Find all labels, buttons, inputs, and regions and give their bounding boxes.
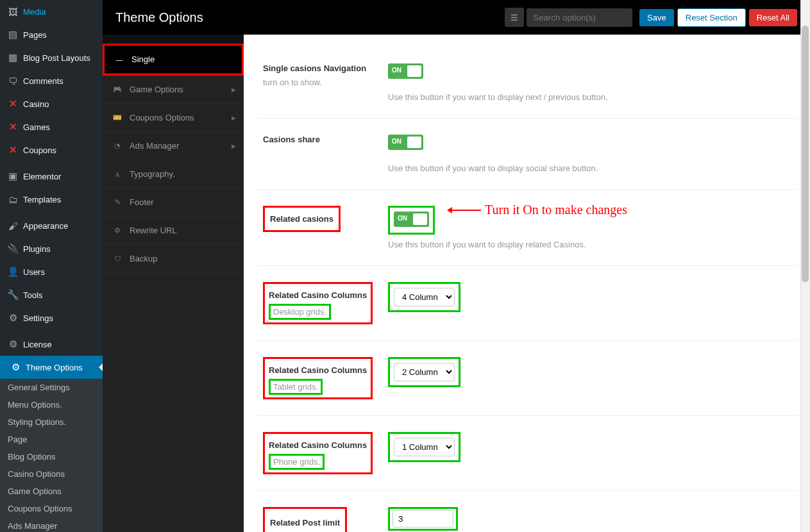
sub-general[interactable]: General Settings — [0, 379, 103, 396]
menu-users[interactable]: 👤Users — [0, 260, 103, 283]
pages-icon: ▤ — [6, 28, 19, 41]
option-limit: Related Post limit — [257, 491, 797, 532]
limit-input[interactable] — [392, 510, 453, 528]
menu-settings[interactable]: ⚙Settings — [0, 306, 103, 329]
user-icon: 👤 — [6, 265, 19, 278]
option-col-tablet: Related Casino ColumnsTablet grids. 2 Co… — [257, 341, 797, 416]
related-toggle[interactable]: ON — [394, 212, 429, 227]
reset-all-button[interactable]: Reset All — [749, 9, 797, 26]
sub-casino[interactable]: Casino Options — [0, 465, 103, 483]
sub-page[interactable]: Page — [0, 431, 103, 448]
menu-appearance[interactable]: 🖌Appearance — [0, 214, 103, 237]
nav-typography[interactable]: ATypography. — [103, 160, 244, 188]
gamepad-icon: 🎮 — [112, 85, 123, 94]
nav-toggle[interactable]: ON — [388, 63, 423, 79]
options-content: Single casions Navigationturn on to show… — [244, 35, 810, 532]
col-desktop-sublabel: Desktop grids. — [269, 304, 331, 320]
minus-icon: — — [114, 56, 125, 63]
brush-icon: 🖌 — [6, 219, 19, 232]
menu-tools[interactable]: 🔧Tools — [0, 283, 103, 306]
redux-nav: —Single 🎮Game Options▶ 🎫Coupons Options▶… — [103, 35, 244, 532]
menu-media[interactable]: 🖼Media — [0, 0, 103, 23]
menu-comments[interactable]: 🗨Comments — [0, 69, 103, 92]
wrench-icon: 🔧 — [6, 288, 19, 301]
nav-ads-manager[interactable]: ◔Ads Manager▶ — [103, 132, 244, 160]
menu-coupons[interactable]: ✕Coupons — [0, 138, 103, 162]
expand-button[interactable]: ☰ — [505, 8, 524, 27]
option-related: Related casions ON Use this button if yo… — [257, 190, 797, 266]
menu-pages[interactable]: ▤Pages — [0, 23, 103, 46]
menu-license[interactable]: ⚙License — [0, 333, 103, 356]
font-icon: A — [112, 170, 123, 178]
option-share: Casions share ON Use this button if you … — [257, 119, 797, 190]
nav-rewrite-url[interactable]: ⚙Rewrite URL — [103, 217, 244, 245]
menu-blog-layouts[interactable]: ▦Blog Post Layouts — [0, 46, 103, 69]
nav-footer[interactable]: ✎Footer — [103, 188, 244, 217]
options-header: Theme Options ☰ Save Reset Section Reset… — [103, 0, 810, 35]
menu-theme-options[interactable]: ⚙Theme Options — [0, 356, 103, 379]
nav-coupons-options[interactable]: 🎫Coupons Options▶ — [103, 104, 244, 132]
shield-icon: 🛡 — [112, 255, 123, 263]
scrollbar[interactable] — [800, 0, 810, 532]
col-phone-sublabel: Phone grids. — [269, 454, 325, 470]
sliders-icon: ⚙ — [6, 312, 19, 324]
gear-icon: ⚙ — [6, 338, 19, 351]
menu-casino[interactable]: ✕Casino — [0, 92, 103, 115]
sub-styling[interactable]: Styling Options. — [0, 413, 103, 431]
nav-label: Single casions Navigation — [263, 63, 366, 73]
annotation: Turn it On to make changes — [449, 203, 627, 217]
related-description: Use this button if you want to display r… — [388, 240, 791, 249]
nav-backup[interactable]: 🛡Backup — [103, 245, 244, 273]
chevron-right-icon: ▶ — [232, 115, 236, 121]
menu-templates[interactable]: 🗂Templates — [0, 188, 103, 211]
menu-plugins[interactable]: 🔌Plugins — [0, 237, 103, 260]
nav-single[interactable]: —Single — [105, 46, 242, 74]
x-icon: ✕ — [6, 97, 19, 110]
menu-games[interactable]: ✕Games — [0, 115, 103, 138]
col-desktop-label: Related Casino Columns — [269, 290, 367, 300]
sub-coupons[interactable]: Coupons Options — [0, 500, 103, 517]
cogs-icon: ⚙ — [112, 226, 123, 235]
page-title: Theme Options — [115, 10, 505, 25]
sub-ads[interactable]: Ads Manager — [0, 517, 103, 532]
related-label: Related casions — [263, 206, 341, 232]
chart-icon: ◔ — [112, 142, 123, 150]
layout-icon: ▦ — [6, 51, 19, 64]
nav-game-options[interactable]: 🎮Game Options▶ — [103, 76, 244, 104]
x-icon: ✕ — [6, 121, 19, 133]
search-input[interactable] — [527, 8, 632, 27]
x-icon: ✕ — [6, 144, 19, 156]
templates-icon: 🗂 — [6, 193, 19, 206]
col-tablet-sublabel: Tablet grids. — [269, 379, 323, 395]
list-icon: ☰ — [510, 13, 518, 22]
limit-label: Related Post limit — [270, 518, 340, 528]
nav-sublabel: turn on to show. — [263, 78, 382, 87]
sub-blog[interactable]: Blog Options — [0, 448, 103, 465]
ticket-icon: 🎫 — [112, 113, 123, 122]
col-tablet-label: Related Casino Columns — [269, 365, 367, 375]
col-tablet-select[interactable]: 2 Column — [394, 363, 455, 381]
plugin-icon: 🔌 — [6, 242, 19, 255]
share-toggle[interactable]: ON — [388, 135, 423, 150]
scrollbar-thumb[interactable] — [802, 26, 809, 282]
chevron-right-icon: ▶ — [232, 143, 236, 149]
nav-description: Use this button if you want to display n… — [388, 92, 791, 102]
share-description: Use this button if you want to display s… — [388, 163, 791, 173]
reset-section-button[interactable]: Reset Section — [677, 8, 746, 27]
sub-game[interactable]: Game Options — [0, 483, 103, 500]
menu-elementor[interactable]: ▣Elementor — [0, 165, 103, 188]
option-navigation: Single casions Navigationturn on to show… — [257, 47, 797, 119]
col-phone-select[interactable]: 1 Column — [394, 438, 455, 456]
col-desktop-select[interactable]: 4 Column — [394, 288, 455, 306]
sub-menu-options[interactable]: Menu Options. — [0, 396, 103, 413]
edit-icon: ✎ — [112, 198, 123, 206]
media-icon: 🖼 — [6, 5, 19, 18]
option-col-desktop: Related Casino ColumnsDesktop grids. 4 C… — [257, 266, 797, 341]
save-button[interactable]: Save — [639, 9, 674, 26]
comments-icon: 🗨 — [6, 74, 19, 87]
elementor-icon: ▣ — [6, 170, 19, 183]
wp-admin-sidebar: 🖼Media ▤Pages ▦Blog Post Layouts 🗨Commen… — [0, 0, 103, 532]
theme-options-submenu: General Settings Menu Options. Styling O… — [0, 379, 103, 532]
option-col-phone: Related Casino ColumnsPhone grids. 1 Col… — [257, 416, 797, 491]
col-phone-label: Related Casino Columns — [269, 440, 367, 450]
